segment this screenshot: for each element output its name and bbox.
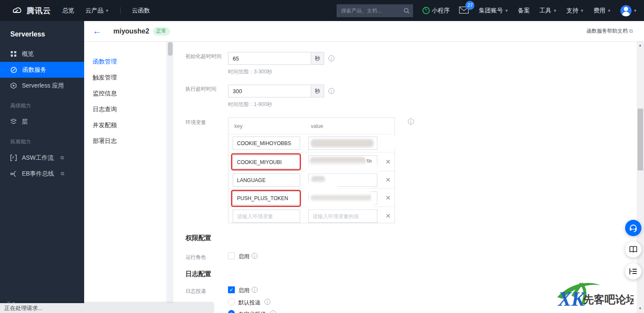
nav-scf[interactable]: 云函数 bbox=[132, 7, 150, 15]
avatar bbox=[620, 5, 632, 16]
chevron-down-icon: ▼ bbox=[553, 9, 557, 13]
run-role-enable-label: 启用 bbox=[238, 253, 249, 261]
redaction-smudge bbox=[306, 163, 379, 173]
sidebar-title: Serverless bbox=[0, 21, 84, 46]
delete-row-icon[interactable]: ✕ bbox=[384, 212, 392, 220]
feedback-outline-button[interactable] bbox=[625, 263, 641, 280]
chevron-down-icon: ▼ bbox=[504, 9, 508, 13]
exec-timeout-label: 执行超时时间 bbox=[185, 85, 216, 93]
tab-concurrency-quota[interactable]: 并发配额 bbox=[84, 117, 166, 133]
external-link-icon: ⧉ bbox=[61, 171, 64, 176]
scroll-up-icon[interactable]: ▲ bbox=[638, 43, 642, 47]
exec-timeout-input[interactable] bbox=[228, 85, 311, 97]
info-icon[interactable] bbox=[328, 88, 334, 94]
redaction-smudge bbox=[380, 135, 398, 150]
sidebar-item-asw[interactable]: ASW工作流 ⧉ bbox=[0, 150, 84, 166]
info-icon[interactable] bbox=[328, 55, 334, 61]
info-icon[interactable] bbox=[270, 310, 276, 313]
unread-count-badge: 27 bbox=[465, 1, 474, 10]
scroll-down-icon[interactable]: ▼ bbox=[638, 307, 642, 310]
search-box[interactable] bbox=[337, 4, 413, 17]
tab-log-query[interactable]: 日志查询 bbox=[84, 101, 166, 117]
content-scrollbar[interactable] bbox=[167, 42, 173, 313]
env-key-input[interactable] bbox=[233, 137, 300, 150]
redaction-smudge bbox=[305, 200, 375, 209]
customer-service-button[interactable] bbox=[625, 220, 641, 236]
log-custom-radio[interactable] bbox=[228, 310, 235, 313]
sidebar-item-scf-service[interactable]: 函数服务 bbox=[0, 62, 84, 78]
user-account-menu[interactable]: ▼ bbox=[620, 5, 637, 16]
exec-timeout-unit: 秒 bbox=[311, 85, 324, 97]
env-key-input[interactable] bbox=[233, 191, 300, 205]
grid-icon bbox=[10, 51, 17, 57]
info-icon[interactable] bbox=[252, 253, 258, 259]
messages-button[interactable]: 27 bbox=[459, 6, 469, 15]
log-default-radio[interactable] bbox=[228, 298, 235, 305]
info-icon[interactable] bbox=[408, 119, 414, 125]
miniprogram-link[interactable]: 小程序 bbox=[422, 7, 450, 15]
tab-trigger-management[interactable]: 触发管理 bbox=[84, 70, 166, 85]
log-default-label: 默认投递 bbox=[238, 299, 261, 307]
delete-row-icon[interactable]: ✕ bbox=[384, 194, 392, 202]
env-key-input-new[interactable] bbox=[233, 210, 300, 223]
env-col-value: value bbox=[311, 123, 323, 129]
sidebar-item-overview[interactable]: 概览 bbox=[0, 46, 84, 62]
search-icon[interactable] bbox=[404, 8, 410, 14]
content-scrollbar-thumb[interactable] bbox=[168, 42, 173, 56]
page-scrollbar-thumb[interactable] bbox=[638, 109, 643, 170]
tencent-cloud-logo[interactable]: 腾讯云 bbox=[12, 6, 51, 16]
search-input[interactable] bbox=[341, 8, 404, 14]
miniprogram-icon bbox=[422, 7, 430, 14]
sidebar-item-eb[interactable]: EB事件总线 ⧉ bbox=[0, 166, 84, 182]
env-value-input-new[interactable] bbox=[308, 210, 377, 223]
function-service-icon bbox=[10, 67, 17, 73]
tab-monitoring[interactable]: 监控信息 bbox=[84, 85, 166, 101]
back-button[interactable]: ← bbox=[93, 26, 101, 36]
tab-deploy-log[interactable]: 部署日志 bbox=[84, 133, 166, 149]
headset-icon bbox=[629, 224, 638, 232]
group-account-menu[interactable]: 集团账号▼ bbox=[479, 7, 508, 15]
info-icon[interactable] bbox=[252, 287, 258, 293]
env-key-input[interactable] bbox=[233, 173, 300, 187]
sidebar-item-serverless-app[interactable]: Serverless 应用 bbox=[0, 78, 84, 94]
init-timeout-hint: 时间范围：3-300秒 bbox=[228, 68, 272, 76]
delete-row-icon[interactable]: ✕ bbox=[384, 176, 392, 184]
documentation-button[interactable] bbox=[625, 241, 641, 258]
info-icon[interactable] bbox=[264, 299, 270, 305]
log-section-heading: 日志配置 bbox=[185, 270, 211, 278]
brand-name: 腾讯云 bbox=[27, 6, 51, 16]
env-col-key: key bbox=[234, 123, 243, 129]
help-doc-link[interactable]: 函数服务帮助文档 ⧉ bbox=[586, 27, 633, 35]
tab-function-management[interactable]: 函数管理 bbox=[84, 54, 166, 70]
sidebar-section-extend: 拓展能力 bbox=[0, 130, 84, 150]
sidebar-item-layers[interactable]: 层 bbox=[0, 114, 84, 130]
init-timeout-label: 初始化超时时间 bbox=[185, 53, 222, 60]
divider bbox=[120, 7, 121, 14]
nav-products[interactable]: 云产品▼ bbox=[85, 7, 109, 15]
chevron-down-icon: ▼ bbox=[105, 9, 109, 13]
exec-timeout-hint: 时间范围：1-900秒 bbox=[228, 101, 272, 108]
book-icon bbox=[629, 246, 638, 253]
chevron-down-icon: ▼ bbox=[580, 9, 584, 13]
external-link-icon: ⧉ bbox=[61, 155, 64, 161]
billing-menu[interactable]: 费用▼ bbox=[593, 7, 611, 15]
env-key-input[interactable] bbox=[233, 155, 300, 169]
tools-menu[interactable]: 工具▼ bbox=[539, 7, 557, 15]
function-name-title: miyoushe2 bbox=[113, 27, 149, 35]
cloud-logo-icon bbox=[12, 7, 23, 15]
icp-link[interactable]: 备案 bbox=[518, 7, 530, 15]
nav-overview[interactable]: 总览 bbox=[62, 7, 74, 15]
init-timeout-input[interactable] bbox=[228, 52, 311, 65]
function-config-form: 初始化超时时间 秒 时间范围：3-300秒 执行超时时间 秒 时间范围：1-90… bbox=[173, 42, 637, 313]
status-badge: 正常 bbox=[153, 27, 170, 36]
run-role-label: 运行角色 bbox=[185, 254, 206, 261]
support-menu[interactable]: 支持▼ bbox=[566, 7, 584, 15]
run-role-enable-checkbox[interactable] bbox=[228, 252, 235, 259]
delete-row-icon[interactable]: ✕ bbox=[384, 158, 392, 166]
init-timeout-unit: 秒 bbox=[311, 52, 324, 65]
chevron-down-icon: ▼ bbox=[633, 9, 637, 13]
function-subnav: 函数管理 触发管理 监控信息 日志查询 并发配额 部署日志 bbox=[84, 42, 167, 313]
log-delivery-enable-checkbox[interactable] bbox=[228, 286, 235, 293]
layers-icon bbox=[10, 119, 17, 125]
redaction-smudge bbox=[307, 188, 371, 195]
